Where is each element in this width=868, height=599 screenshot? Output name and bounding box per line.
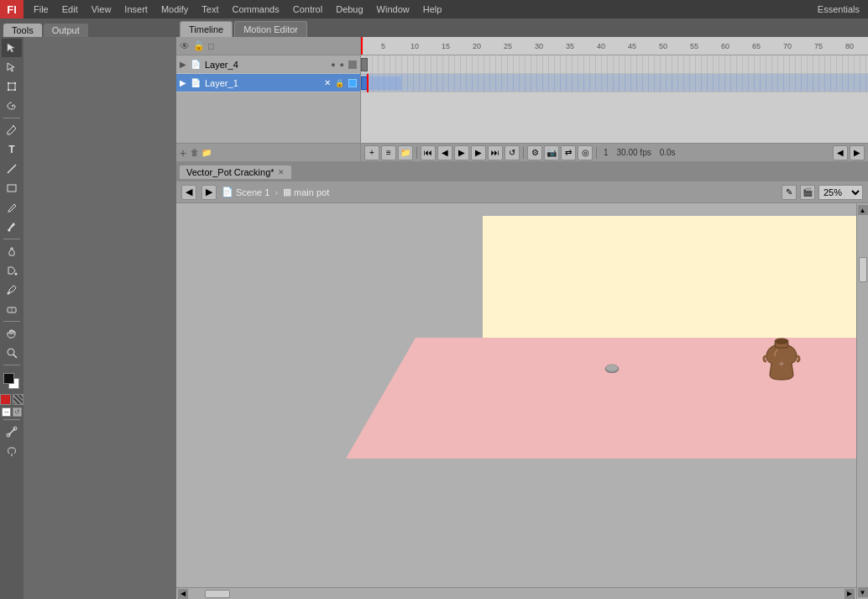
ink-bottle-tool[interactable] (2, 242, 22, 260)
svg-point-22 (775, 339, 788, 344)
tab-motion-editor[interactable]: Motion Editor (234, 21, 307, 37)
paint-bucket-tool[interactable] (2, 261, 22, 280)
layer-row-4[interactable]: ▶ 📄 Layer_4 ● ● (176, 55, 360, 74)
fill-color-red[interactable] (0, 394, 11, 405)
layers-btn[interactable]: ≡ (381, 145, 396, 160)
svg-point-20 (606, 365, 618, 371)
add-layer-btn[interactable]: + (180, 146, 186, 160)
step-back-btn[interactable]: ◀ (437, 145, 452, 160)
zoom-select[interactable]: 25% 50% 100% (818, 185, 863, 200)
bind-tool[interactable] (2, 442, 22, 460)
ruler-mark-5: 5 (381, 42, 385, 50)
onion-btn[interactable]: ◎ (578, 145, 593, 160)
scroll-right[interactable]: ▶ (850, 145, 865, 160)
left-section: Tools Output (0, 18, 176, 599)
cam-btn[interactable]: 📷 (544, 145, 559, 160)
nav-fwd-btn[interactable]: ▶ (201, 185, 217, 200)
hand-tool[interactable] (2, 324, 22, 343)
menu-edit[interactable]: Edit (55, 3, 85, 16)
right-panel: Timeline Motion Editor 👁 🔒 □ ▶ 📄 Layer_4… (176, 18, 868, 599)
layer-1-lock[interactable]: 🔒 (335, 79, 344, 87)
layer-4-eye[interactable]: ● (331, 60, 335, 69)
menu-control[interactable]: Control (286, 3, 329, 16)
svg-rect-2 (14, 82, 16, 84)
menu-debug[interactable]: Debug (329, 3, 369, 16)
ruler-mark-60: 60 (721, 42, 729, 50)
bone-tool[interactable] (2, 423, 22, 441)
svg-rect-7 (8, 185, 16, 192)
sync-btn[interactable]: ⇄ (561, 145, 576, 160)
loop-btn[interactable]: ↺ (505, 145, 520, 160)
ruler-mark-40: 40 (597, 42, 605, 50)
brush-tool[interactable] (2, 218, 22, 236)
default-colors-btn[interactable]: ↺ (13, 407, 22, 417)
step-fwd-btn[interactable]: ▶ (471, 145, 486, 160)
zoom-tool[interactable] (2, 344, 22, 362)
breadcrumb-scene[interactable]: 📄 Scene 1 (222, 187, 269, 197)
skip-back-btn[interactable]: ⏮ (421, 145, 436, 160)
layer-1-close[interactable]: ✕ (324, 78, 331, 87)
menu-help[interactable]: Help (416, 3, 449, 16)
doc-tab[interactable]: Vector_Pot Cracking* ✕ (180, 166, 291, 179)
scene-btn[interactable]: 🎬 (800, 185, 815, 200)
swap-colors-btn[interactable]: ↔ (2, 407, 11, 417)
nav-back-btn[interactable]: ◀ (181, 185, 196, 200)
layer-panel: 👁 🔒 □ ▶ 📄 Layer_4 ● ● ▶ 📄 Lay (176, 37, 361, 161)
svg-line-14 (13, 355, 17, 358)
eyedropper-tool[interactable] (2, 281, 22, 299)
menu-bar: Fl File Edit View Insert Modify Text Com… (0, 0, 868, 18)
skip-fwd-btn[interactable]: ⏭ (488, 145, 503, 160)
edit-symbol-btn[interactable]: ✎ (782, 185, 797, 200)
menu-commands[interactable]: Commands (225, 3, 285, 16)
horizontal-scrollbar[interactable]: ◀ ▶ (176, 587, 856, 599)
fill-color-none[interactable] (13, 394, 24, 405)
stage-controls: ◀ ▶ 📄 Scene 1 › ▦ main pot ✎ 🎬 25% 50% 1… (176, 181, 868, 203)
layer-4-color (348, 60, 357, 69)
frame-number: 1 (600, 148, 612, 157)
delete-layer-btn[interactable]: 🗑 (191, 148, 199, 157)
menu-modify[interactable]: Modify (154, 3, 195, 16)
svg-rect-3 (8, 89, 9, 91)
rect-tool[interactable] (2, 179, 22, 197)
add-keyframe-btn[interactable]: + (364, 145, 379, 160)
menu-file[interactable]: File (27, 3, 55, 16)
lasso-tool[interactable] (2, 97, 22, 115)
ruler-mark-15: 15 (442, 42, 450, 50)
settings-btn[interactable]: ⚙ (527, 145, 542, 160)
scroll-left[interactable]: ◀ (833, 145, 848, 160)
eraser-tool[interactable] (2, 300, 22, 318)
pencil-tool[interactable] (2, 198, 22, 217)
breadcrumb-symbol[interactable]: ▦ main pot (283, 187, 329, 197)
ruler-mark-65: 65 (752, 42, 761, 50)
play-btn[interactable]: ▶ (454, 145, 469, 160)
pen-tool[interactable] (2, 121, 22, 139)
doc-tab-bar: Vector_Pot Cracking* ✕ (176, 163, 868, 181)
line-tool[interactable] (2, 160, 22, 178)
layer-folder-btn[interactable]: 📁 (201, 148, 212, 157)
free-transform-tool[interactable] (2, 77, 22, 96)
stage-area[interactable]: ▲ ▼ ◀ ▶ (176, 203, 868, 599)
subselection-tool[interactable] (2, 58, 22, 76)
tab-timeline[interactable]: Timeline (180, 21, 233, 37)
frames-area[interactable] (361, 55, 868, 143)
menu-view[interactable]: View (85, 3, 118, 16)
layer-1-color (348, 79, 357, 87)
timeline-area: 👁 🔒 □ ▶ 📄 Layer_4 ● ● ▶ 📄 Lay (176, 37, 868, 163)
doc-tab-close[interactable]: ✕ (278, 168, 285, 176)
ruler-mark-30: 30 (535, 42, 543, 50)
menu-window[interactable]: Window (370, 3, 416, 16)
tab-output[interactable]: Output (44, 24, 88, 37)
menu-insert[interactable]: Insert (118, 3, 154, 16)
tab-tools[interactable]: Tools (3, 24, 42, 37)
menu-text[interactable]: Text (195, 3, 225, 16)
stroke-color-swatch[interactable] (3, 373, 14, 384)
text-tool[interactable]: T (2, 140, 22, 159)
selection-tool[interactable] (2, 39, 22, 57)
layer-row-1[interactable]: ▶ 📄 Layer_1 ✕ 🔒 (176, 74, 360, 92)
layer-outline-header: □ (208, 41, 214, 51)
vertical-scrollbar[interactable]: ▲ ▼ (856, 203, 868, 599)
folder-btn[interactable]: 📁 (398, 145, 413, 160)
layer-eye-icon: 👁 (180, 40, 190, 52)
stage-right-controls: ✎ 🎬 25% 50% 100% (782, 185, 863, 200)
breadcrumb-separator: › (275, 187, 278, 197)
